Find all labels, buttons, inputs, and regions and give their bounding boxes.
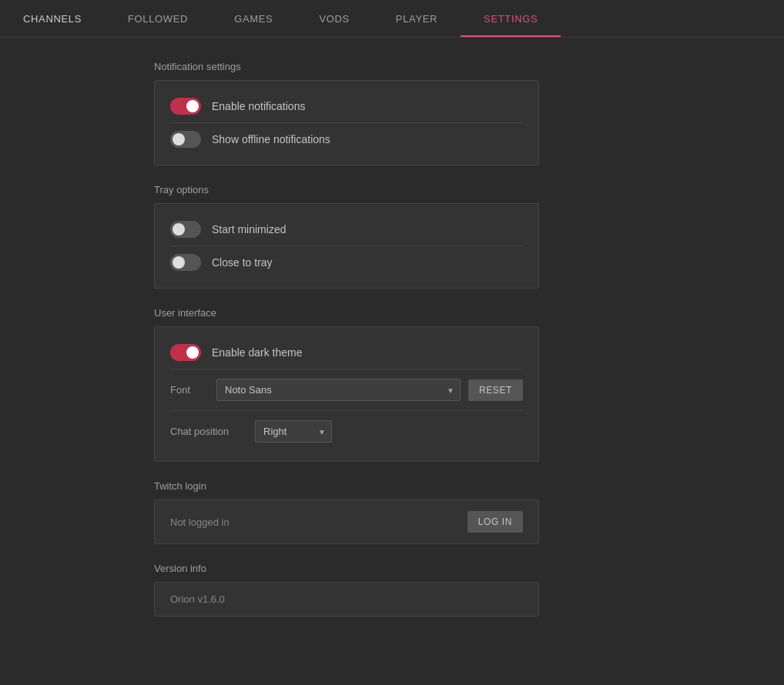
start-minimized-toggle[interactable] bbox=[170, 221, 201, 238]
close-to-tray-toggle[interactable] bbox=[170, 254, 201, 271]
notification-settings-label: Notification settings bbox=[154, 61, 784, 72]
font-select-wrapper: Noto Sans Arial Roboto Open Sans ▼ bbox=[216, 379, 461, 401]
tray-options-label: Tray options bbox=[154, 184, 784, 195]
enable-notifications-row: Enable notifications bbox=[170, 92, 523, 121]
main-nav: CHANNELS FOLLOWED GAMES VODS PLAYER SETT… bbox=[0, 0, 784, 38]
show-offline-label: Show offline notifications bbox=[212, 133, 330, 145]
divider bbox=[170, 410, 523, 411]
nav-games[interactable]: GAMES bbox=[211, 0, 296, 37]
chat-select-wrapper: Right Left ▼ bbox=[255, 420, 332, 443]
enable-dark-theme-toggle[interactable] bbox=[170, 344, 201, 361]
start-minimized-label: Start minimized bbox=[212, 223, 286, 236]
chat-position-select[interactable]: Right Left bbox=[255, 420, 332, 443]
chat-position-label: Chat position bbox=[170, 426, 255, 437]
show-offline-row: Show offline notifications bbox=[170, 125, 523, 154]
enable-notifications-label: Enable notifications bbox=[212, 100, 305, 112]
notification-settings-card: Enable notifications Show offline notifi… bbox=[154, 80, 539, 165]
font-row: Font Noto Sans Arial Roboto Open Sans ▼ … bbox=[170, 371, 523, 409]
font-label: Font bbox=[170, 384, 216, 396]
enable-dark-theme-label: Enable dark theme bbox=[212, 346, 303, 359]
enable-dark-theme-row: Enable dark theme bbox=[170, 338, 523, 367]
version-value: Orion v1.6.0 bbox=[170, 593, 225, 605]
divider bbox=[170, 246, 523, 246]
start-minimized-row: Start minimized bbox=[170, 215, 523, 244]
reset-button[interactable]: RESET bbox=[468, 379, 523, 401]
login-status: Not logged in bbox=[170, 516, 230, 528]
user-interface-card: Enable dark theme Font Noto Sans Arial R… bbox=[154, 326, 539, 462]
chat-position-row: Chat position Right Left ▼ bbox=[170, 413, 523, 450]
nav-channels[interactable]: CHANNELS bbox=[0, 0, 105, 37]
show-offline-toggle[interactable] bbox=[170, 131, 201, 148]
login-button[interactable]: LOG IN bbox=[467, 511, 523, 533]
nav-vods[interactable]: VODS bbox=[296, 0, 372, 37]
nav-player[interactable]: PLAYER bbox=[373, 0, 461, 37]
twitch-login-label: Twitch login bbox=[154, 480, 784, 492]
enable-notifications-toggle[interactable] bbox=[170, 98, 201, 115]
version-info-label: Version info bbox=[154, 563, 784, 574]
twitch-login-card: Not logged in LOG IN bbox=[154, 500, 539, 544]
divider bbox=[170, 122, 523, 123]
settings-content: Notification settings Enable notificatio… bbox=[0, 38, 784, 640]
font-select[interactable]: Noto Sans Arial Roboto Open Sans bbox=[216, 379, 461, 401]
version-info-card: Orion v1.6.0 bbox=[154, 582, 539, 616]
nav-followed[interactable]: FOLLOWED bbox=[105, 0, 211, 37]
close-to-tray-row: Close to tray bbox=[170, 248, 523, 277]
user-interface-label: User interface bbox=[154, 307, 784, 319]
close-to-tray-label: Close to tray bbox=[212, 256, 273, 269]
divider bbox=[170, 369, 523, 369]
nav-settings[interactable]: SETTINGS bbox=[461, 0, 561, 37]
tray-options-card: Start minimized Close to tray bbox=[154, 203, 539, 289]
